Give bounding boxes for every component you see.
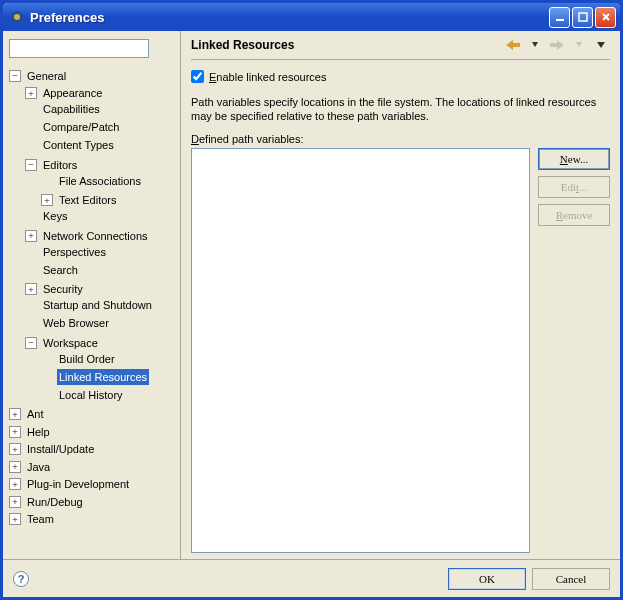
- expand-icon[interactable]: +: [9, 496, 21, 508]
- tree-item-file-associations[interactable]: File Associations: [57, 173, 143, 189]
- tree-item-startup[interactable]: Startup and Shutdown: [41, 297, 154, 313]
- collapse-icon[interactable]: −: [25, 337, 37, 349]
- tree-item-general[interactable]: General: [25, 68, 68, 84]
- tree-item-network[interactable]: Network Connections: [41, 228, 150, 244]
- tree-item-plugin-dev[interactable]: Plug-in Development: [25, 476, 131, 492]
- tree-item-help[interactable]: Help: [25, 424, 52, 440]
- expand-icon[interactable]: +: [25, 87, 37, 99]
- tree-item-install-update[interactable]: Install/Update: [25, 441, 96, 457]
- separator: [191, 59, 610, 60]
- svg-marker-10: [597, 42, 605, 48]
- tree-item-security[interactable]: Security: [41, 281, 85, 297]
- description-text: Path variables specify locations in the …: [191, 95, 610, 123]
- page-title: Linked Resources: [191, 38, 504, 52]
- ok-button[interactable]: OK: [448, 568, 526, 590]
- new-button[interactable]: New...: [538, 148, 610, 170]
- tree-item-text-editors[interactable]: Text Editors: [57, 192, 118, 208]
- tree-item-linked-resources[interactable]: Linked Resources: [57, 369, 149, 385]
- enable-linked-resources-checkbox[interactable]: [191, 70, 204, 83]
- tree-item-team[interactable]: Team: [25, 511, 56, 527]
- edit-button[interactable]: Edit...: [538, 176, 610, 198]
- expand-icon[interactable]: +: [9, 408, 21, 420]
- tree-item-build-order[interactable]: Build Order: [57, 351, 117, 367]
- window-title: Preferences: [30, 10, 549, 25]
- expand-icon[interactable]: +: [9, 443, 21, 455]
- help-icon[interactable]: ?: [13, 571, 29, 587]
- svg-marker-6: [506, 40, 520, 50]
- svg-rect-2: [556, 19, 564, 21]
- preference-tree[interactable]: − General +Appearance Capabilities Compa…: [9, 66, 176, 553]
- close-button[interactable]: [595, 7, 616, 28]
- tree-item-keys[interactable]: Keys: [41, 208, 69, 224]
- enable-linked-resources-label[interactable]: Enable linked resources: [209, 71, 326, 83]
- maximize-button[interactable]: [572, 7, 593, 28]
- tree-item-content-types[interactable]: Content Types: [41, 137, 116, 153]
- tree-item-compare-patch[interactable]: Compare/Patch: [41, 119, 121, 135]
- app-icon: [9, 9, 25, 25]
- tree-item-workspace[interactable]: Workspace: [41, 335, 100, 351]
- minimize-button[interactable]: [549, 7, 570, 28]
- filter-input[interactable]: [9, 39, 149, 58]
- collapse-icon[interactable]: −: [25, 159, 37, 171]
- forward-menu-icon[interactable]: [570, 37, 588, 53]
- back-button[interactable]: [504, 37, 522, 53]
- tree-item-web-browser[interactable]: Web Browser: [41, 315, 111, 331]
- view-menu-icon[interactable]: [592, 37, 610, 53]
- footer: ? OK Cancel: [3, 559, 620, 597]
- svg-point-1: [14, 14, 20, 20]
- tree-item-editors[interactable]: Editors: [41, 157, 79, 173]
- tree-item-local-history[interactable]: Local History: [57, 387, 125, 403]
- expand-icon[interactable]: +: [9, 426, 21, 438]
- tree-item-ant[interactable]: Ant: [25, 406, 46, 422]
- expand-icon[interactable]: +: [25, 230, 37, 242]
- titlebar[interactable]: Preferences: [3, 3, 620, 31]
- expand-icon[interactable]: +: [9, 513, 21, 525]
- expand-icon[interactable]: +: [41, 194, 53, 206]
- tree-item-appearance[interactable]: Appearance: [41, 85, 104, 101]
- tree-panel: − General +Appearance Capabilities Compa…: [3, 31, 181, 559]
- svg-rect-3: [579, 13, 587, 21]
- tree-item-capabilities[interactable]: Capabilities: [41, 101, 102, 117]
- expand-icon[interactable]: +: [25, 283, 37, 295]
- svg-marker-9: [576, 42, 582, 47]
- content-panel: Linked Resources Enable linked resources…: [181, 31, 620, 559]
- remove-button[interactable]: Remove: [538, 204, 610, 226]
- path-variables-list[interactable]: [191, 148, 530, 553]
- back-menu-icon[interactable]: [526, 37, 544, 53]
- collapse-icon[interactable]: −: [9, 70, 21, 82]
- tree-item-java[interactable]: Java: [25, 459, 52, 475]
- svg-marker-8: [550, 40, 564, 50]
- tree-item-run-debug[interactable]: Run/Debug: [25, 494, 85, 510]
- expand-icon[interactable]: +: [9, 478, 21, 490]
- tree-item-perspectives[interactable]: Perspectives: [41, 244, 108, 260]
- svg-marker-7: [532, 42, 538, 47]
- preferences-window: Preferences − General: [0, 0, 623, 600]
- cancel-button[interactable]: Cancel: [532, 568, 610, 590]
- expand-icon[interactable]: +: [9, 461, 21, 473]
- tree-item-search[interactable]: Search: [41, 262, 80, 278]
- forward-button[interactable]: [548, 37, 566, 53]
- defined-variables-label: Defined path variables:: [191, 133, 610, 145]
